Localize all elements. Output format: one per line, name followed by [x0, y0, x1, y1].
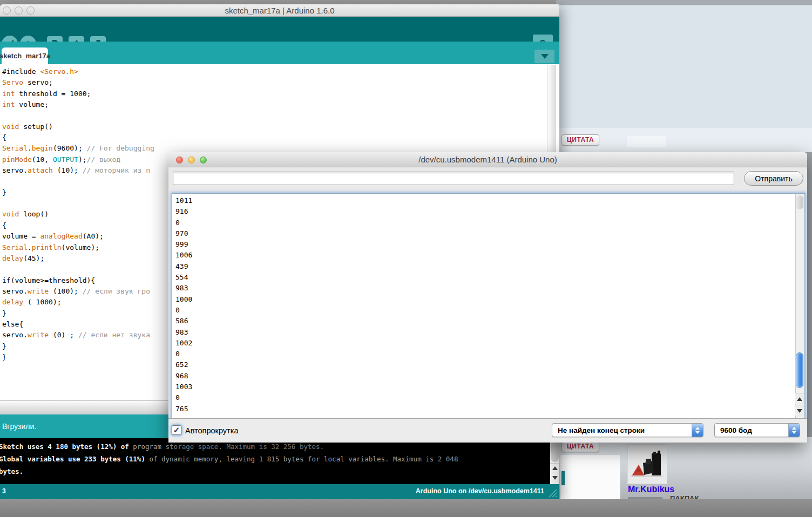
browser-column-divider	[620, 440, 620, 499]
console-scroll-up-button[interactable]	[550, 463, 559, 472]
serial-output-line: 0	[175, 392, 192, 403]
serial-output-line: 439	[175, 261, 192, 272]
browser-post-body	[560, 455, 620, 499]
quote-button-top[interactable]: ЦИТАТА	[561, 134, 599, 146]
serial-titlebar[interactable]: /dev/cu.usbmodem1411 (Arduino Uno)	[168, 152, 807, 167]
arrow-up-icon	[695, 427, 700, 430]
code-text: #include <Servo.h>Servo servo;int thresh…	[2, 66, 154, 363]
arrow-down-icon	[797, 409, 802, 413]
code-line: int volume;	[2, 99, 154, 110]
console-line: bytes.	[0, 465, 458, 478]
serial-output-line: 0	[175, 217, 192, 228]
arrow-down-icon	[792, 431, 796, 434]
serial-output-line: 1002	[175, 338, 192, 349]
code-line: int threshold = 1000;	[2, 89, 154, 99]
serial-monitor-window: /dev/cu.usbmodem1411 (Arduino Uno) Отпра…	[168, 152, 807, 443]
ide-bottom-bar: 3 Arduino Uno on /dev/cu.usbmodem1411	[0, 484, 559, 499]
serial-output-line: 968	[175, 371, 192, 382]
code-line: servo.attach (10); // моторчик из п	[2, 165, 154, 176]
user-subtitle-text: ПАКПАК	[670, 494, 699, 499]
serial-scrollbar-top-cap	[796, 195, 803, 209]
avatar-image-pacpac-blocks	[628, 445, 667, 484]
code-line: pinMode(10, OUTPUT);// выход	[2, 154, 154, 165]
tab-menu-button[interactable]	[534, 50, 554, 63]
ide-window-title: sketch_mar17a | Arduino 1.6.0	[0, 6, 559, 15]
code-line: Serial.begin(9600); // For debugging	[2, 143, 154, 154]
serial-scroll-up-button[interactable]	[795, 393, 804, 404]
code-line: Servo servo;	[2, 77, 154, 88]
line-ending-value: Не найден конец строки	[552, 426, 692, 434]
cursor-line-number: 3	[2, 487, 6, 495]
serial-scroll-down-button[interactable]	[795, 405, 804, 416]
browser-inline-image-edge	[561, 471, 565, 486]
serial-output-text: 1011916097099910064395549831000058698310…	[175, 195, 192, 414]
stepper-icon	[692, 424, 703, 437]
code-line: void setup()	[2, 121, 154, 132]
code-line: volume = analogRead(A0);	[2, 231, 154, 242]
serial-output-line: 0	[175, 349, 192, 359]
code-line: servo.write (0) ; // если нет звука	[2, 330, 154, 341]
arrow-up-icon	[552, 466, 558, 470]
serial-output-area[interactable]: 1011916097099910064395549831000058698310…	[172, 193, 805, 419]
desktop-bottom-strip	[0, 499, 812, 517]
stepper-icon	[788, 424, 800, 437]
code-line: }	[2, 352, 154, 363]
code-line: delay(45);	[2, 253, 154, 264]
username-link[interactable]: Mr.Kubikus	[628, 485, 674, 494]
serial-output-line: 970	[175, 228, 192, 239]
code-line: void loop()	[2, 209, 154, 220]
serial-window-title: /dev/cu.usbmodem1411 (Arduino Uno)	[168, 155, 807, 164]
resize-grip-icon[interactable]	[546, 486, 558, 498]
code-line: }	[2, 308, 154, 319]
console-scrollbar-thumb[interactable]	[551, 439, 559, 462]
code-line: }	[2, 341, 154, 352]
console-scroll-down-button[interactable]	[550, 473, 559, 482]
code-line: delay ( 1000);	[2, 297, 154, 308]
code-line	[2, 198, 154, 209]
line-ending-select[interactable]: Не найден конец строки	[552, 423, 703, 437]
serial-output-line: 554	[175, 272, 192, 283]
serial-send-input[interactable]	[173, 172, 734, 185]
autoscroll-label: Автопрокрутка	[185, 426, 238, 435]
code-line: if(volume>=threshold){	[2, 275, 154, 286]
serial-output-line: 999	[175, 239, 192, 250]
serial-scrollbar-thumb[interactable]	[796, 352, 803, 388]
code-line: else{	[2, 319, 154, 330]
console-text: Sketch uses 4 180 bytes (12%) of program…	[0, 440, 458, 478]
chevron-down-icon	[541, 54, 549, 59]
send-button[interactable]: Отправить	[744, 171, 803, 186]
arrow-down-icon	[552, 476, 558, 480]
code-line	[2, 264, 154, 275]
serial-output-line: 1000	[175, 294, 192, 305]
code-line	[2, 176, 154, 187]
autoscroll-checkbox[interactable]: ✓	[172, 425, 181, 435]
serial-output-line: 652	[175, 359, 192, 370]
serial-output-line: 1003	[175, 382, 192, 392]
serial-output-line: 983	[175, 327, 192, 338]
send-button-label: Отправить	[755, 174, 792, 183]
checkmark-icon: ✓	[173, 426, 180, 434]
browser-content-panel	[558, 5, 812, 128]
ide-console: Sketch uses 4 180 bytes (12%) of program…	[0, 438, 559, 484]
user-subtitle-clipped: ПАКПАК	[628, 494, 736, 499]
code-line: {	[2, 220, 154, 231]
serial-output-line: 765	[175, 404, 192, 414]
arrow-up-icon	[792, 427, 796, 430]
code-line: Serial.println(volume);	[2, 242, 154, 253]
arrow-down-icon	[695, 431, 700, 434]
tab-sketch[interactable]: sketch_mar17a	[2, 47, 48, 64]
code-line: #include <Servo.h>	[2, 66, 154, 77]
arrow-up-icon	[797, 397, 802, 401]
ide-tab-bar: sketch_mar17a	[0, 42, 559, 64]
serial-output-line: 586	[175, 316, 192, 326]
code-line: {	[2, 132, 154, 143]
status-message: Вгрузили.	[2, 422, 36, 431]
serial-controls-bar	[168, 418, 807, 443]
ide-titlebar[interactable]: sketch_mar17a | Arduino 1.6.0	[0, 4, 559, 17]
serial-output-line: 0	[175, 305, 192, 316]
baud-rate-select[interactable]: 9600 бод	[714, 423, 800, 437]
user-avatar[interactable]	[628, 445, 667, 484]
quote-button-bottom[interactable]: ЦИТАТА	[561, 441, 599, 452]
code-line	[2, 110, 154, 121]
serial-output-line: 1006	[175, 250, 192, 261]
